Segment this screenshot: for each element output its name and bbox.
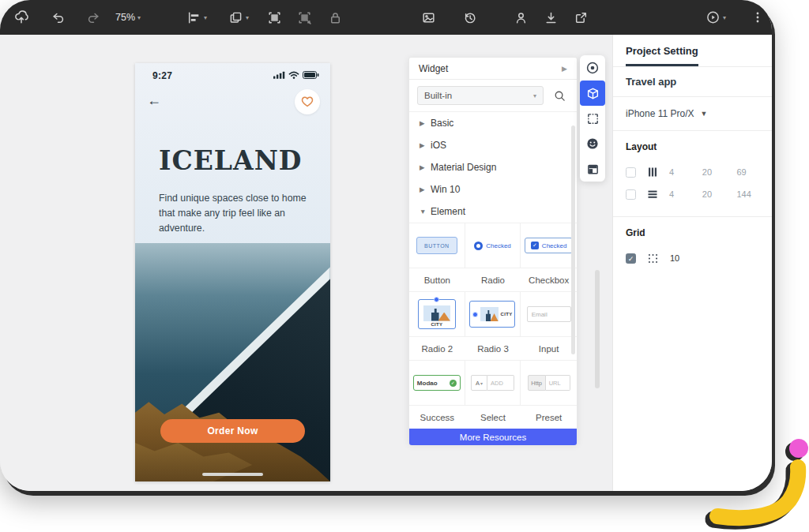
group-icon[interactable] [264,7,284,28]
tree-item-material-design[interactable]: ▶Material Design [409,156,577,178]
columns-icon [646,167,659,178]
user-icon[interactable] [510,7,531,28]
more-menu-icon[interactable] [747,7,768,28]
preview-play-icon[interactable]: ▾ [706,7,726,28]
chevron-down-icon: ▾ [723,14,726,21]
phone-artboard[interactable]: 9:27 ← ICELAND Find unique spaces close … [135,63,330,481]
layout-section: Layout 4 20 69 4 20 1 [613,131,772,213]
widget-grid-labels: Radio 2 Radio 3 Input [409,337,577,360]
rows-icon [646,189,659,200]
chevron-down-icon: ▼ [701,110,708,118]
back-arrow-icon[interactable]: ← [147,92,161,109]
city-thumbnail [423,305,450,321]
grid-heading: Grid [626,227,759,238]
status-time: 9:27 [152,70,172,81]
grid-dots-icon [646,253,659,264]
chevron-right-icon: ▶ [420,163,431,171]
order-now-button[interactable]: Order Now [160,419,305,443]
tab-project-setting[interactable]: Project Setting [626,35,698,66]
radio-dot-icon [434,297,439,302]
widget-checkbox[interactable]: ✓Checked [521,223,577,268]
redo-icon[interactable] [83,7,103,28]
device-name: iPhone 11 Pro/X [626,108,694,119]
widget-radio[interactable]: Checked [465,223,521,268]
widget-radio2[interactable]: CITY [409,292,465,336]
chevron-down-icon: ▾ [204,14,207,21]
layout-heading: Layout [626,141,759,152]
widget-panel-title: Widget [419,63,448,74]
widget-cube-icon[interactable] [580,81,605,106]
chevron-down-icon: ▾ [246,14,249,21]
pink-dot [789,439,808,458]
rows-count[interactable]: 4 [669,189,702,199]
city-thumbnail [480,307,498,321]
device-select[interactable]: iPhone 11 Pro/X ▼ [613,97,772,131]
columns-width[interactable]: 69 [737,167,760,177]
search-icon [554,90,566,102]
template-icon[interactable] [580,156,605,182]
widget-radio3[interactable]: CITY [465,292,521,336]
marquee-icon[interactable] [580,106,605,131]
image-icon[interactable] [418,7,438,28]
widget-select[interactable]: A▾ ADD [465,361,521,405]
canvas-scrollbar[interactable] [595,270,600,388]
rows-gutter[interactable]: 20 [702,189,737,199]
widget-label: Preset [521,406,577,429]
right-panel: Project Setting Travel app iPhone 11 Pro… [612,35,772,491]
phone-subtitle: Find unique spaces close to home that ma… [159,191,315,236]
tree-item-basic[interactable]: ▶Basic [409,112,577,134]
widget-preset[interactable]: Http URL [521,361,577,405]
library-select[interactable]: Built-in ▾ [417,86,544,105]
undo-icon[interactable] [47,7,68,28]
widget-label: Radio [465,268,521,291]
history-icon[interactable] [459,7,480,28]
cloud-upload-icon[interactable] [11,7,32,28]
more-resources-button[interactable]: More Resources [409,429,577,445]
library-search-row: Built-in ▾ [409,80,577,112]
widget-label: Radio 3 [465,337,521,360]
sticker-smiley-icon[interactable] [580,131,605,156]
download-icon[interactable] [540,7,561,28]
lock-icon[interactable] [325,7,345,28]
chevron-right-icon: ▶ [420,119,431,127]
tree-item-win10[interactable]: ▶Win 10 [409,178,577,200]
battery-icon [303,71,319,79]
target-icon[interactable] [580,55,605,81]
columns-gutter[interactable]: 20 [702,167,737,177]
rows-height[interactable]: 144 [737,189,760,199]
chevron-right-icon: ▶ [420,185,431,193]
zoom-select[interactable]: 75% ▾ [115,0,141,35]
grid-row: ✓ 10 [626,247,759,269]
grid-checkbox[interactable]: ✓ [626,253,636,264]
widget-input[interactable]: Email [521,292,577,336]
export-icon[interactable] [570,7,591,28]
columns-checkbox[interactable] [626,167,636,178]
page: 75% ▾ ▾ ▾ [0,0,809,532]
zoom-value: 75% [115,12,135,23]
grid-size-value[interactable]: 10 [670,253,679,263]
widget-label: Radio 2 [409,337,465,360]
align-icon[interactable]: ▾ [186,7,207,28]
duplicate-icon[interactable]: ▾ [228,7,249,28]
home-indicator [202,473,263,476]
favorite-button[interactable] [295,89,320,114]
ungroup-icon[interactable] [294,7,314,28]
widget-success[interactable]: Modao✓ [409,361,465,405]
search-button[interactable] [550,86,569,105]
chevron-down-icon: ▾ [533,92,536,99]
layout-columns-row: 4 20 69 [626,161,759,183]
widget-grid-labels: Success Select Preset [409,406,577,429]
heart-icon [301,96,314,107]
success-check-icon: ✓ [450,380,457,387]
widget-panel: Widget ▶ Built-in ▾ ▶Basic ▶iOS ▶Materia… [408,57,578,444]
collapse-arrow-icon[interactable]: ▶ [562,65,567,73]
columns-count[interactable]: 4 [669,167,702,177]
tree-item-element[interactable]: ▼Element [409,200,577,223]
widget-panel-scrollbar[interactable] [571,126,575,354]
rows-checkbox[interactable] [626,189,636,200]
layout-rows-row: 4 20 144 [626,183,759,205]
widget-panel-header: Widget ▶ [409,58,577,80]
widget-button[interactable]: BUTTON [409,223,465,268]
wifi-icon [288,71,299,79]
tree-item-ios[interactable]: ▶iOS [409,134,577,156]
